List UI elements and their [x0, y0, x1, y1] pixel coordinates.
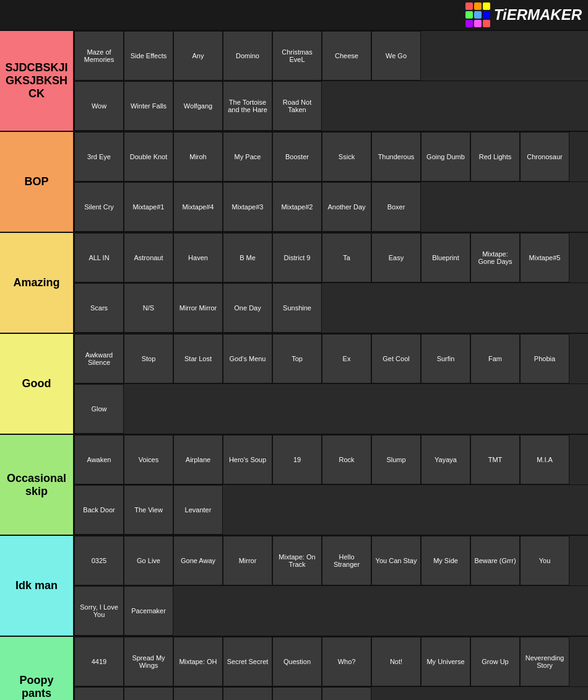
song-card[interactable]: Haven [173, 233, 223, 282]
song-card[interactable]: Back Door [74, 485, 124, 535]
song-card[interactable]: Airplane [173, 435, 223, 484]
song-card[interactable]: Call [322, 687, 371, 700]
song-card[interactable]: Miroh [173, 132, 223, 182]
song-card[interactable]: One Day [223, 283, 272, 333]
song-card[interactable]: Going Dumb [421, 132, 470, 182]
song-card[interactable]: Mixtape: Gone Days [470, 233, 520, 282]
song-card[interactable]: Grow Up [470, 637, 520, 686]
song-card[interactable]: Who? [322, 637, 371, 686]
song-card[interactable]: Mixtape#2 [272, 182, 322, 232]
song-card[interactable]: My Universe [421, 637, 470, 686]
song-card[interactable]: Road Not Taken [272, 81, 322, 131]
song-card[interactable]: Another Day [322, 182, 371, 232]
song-card[interactable]: Wolfgang [173, 81, 223, 131]
song-card[interactable]: Wow [74, 81, 124, 131]
song-card[interactable]: Ssick [322, 132, 371, 182]
song-card[interactable]: Silent Cry [74, 182, 124, 232]
song-card[interactable]: We Go [371, 31, 421, 81]
tier-wrapper-poopy: Poopy pants4419Spread My WingsMixtape: O… [0, 637, 588, 700]
song-card[interactable]: Surfin [421, 334, 470, 383]
song-card[interactable]: Go Live [124, 536, 173, 585]
song-card[interactable]: Sorry, I Love You [74, 586, 124, 636]
tier-row-inner-good-1: Glow [74, 384, 588, 434]
song-card[interactable]: Beware (Grrr) [470, 536, 520, 585]
song-card[interactable]: Fam [470, 334, 520, 383]
song-card[interactable]: ALL IN [74, 233, 124, 282]
song-card[interactable]: Question [272, 637, 322, 686]
song-card[interactable]: Chronosaur [520, 132, 569, 182]
song-card[interactable]: Ex [322, 334, 371, 383]
song-card[interactable]: Maze of Memories [74, 31, 124, 81]
song-card[interactable]: Entrance [124, 687, 173, 700]
song-card[interactable]: Christmas EveL [272, 31, 322, 81]
song-card[interactable]: Cheese [322, 31, 371, 81]
song-card[interactable]: The View [124, 485, 173, 535]
song-card[interactable]: Secret Secret [223, 637, 272, 686]
song-card[interactable]: Top [272, 334, 322, 383]
song-card[interactable]: Hero's Soup [223, 435, 272, 484]
song-card[interactable]: My Side [421, 536, 470, 585]
song-card[interactable]: Neverending Story [520, 637, 569, 686]
song-card[interactable]: Glow [74, 384, 124, 434]
song-card[interactable]: Boxer [371, 182, 421, 232]
song-card[interactable]: Any [173, 31, 223, 81]
tier-row-inner-poopy-0: 4419Spread My WingsMixtape: OHSecret Sec… [74, 637, 588, 687]
song-card[interactable]: Awkward Silence [74, 334, 124, 383]
song-card[interactable]: B Me [223, 233, 272, 282]
song-card[interactable]: Sunshine [272, 283, 322, 333]
song-card[interactable]: 3rd Eye [74, 132, 124, 182]
song-card[interactable]: Get Cool [371, 334, 421, 383]
song-card[interactable]: 4419 [74, 637, 124, 686]
song-card[interactable]: N/S [124, 283, 173, 333]
song-card[interactable]: Stop [124, 334, 173, 383]
tier-empty-space [223, 485, 588, 535]
song-card[interactable]: Blueprint [421, 233, 470, 282]
song-card[interactable]: Levanter [173, 485, 223, 535]
song-card[interactable]: Yayaya [421, 435, 470, 484]
song-card[interactable]: Voices [124, 435, 173, 484]
song-card[interactable]: Mirror [223, 536, 272, 585]
song-card[interactable]: School Life [223, 687, 272, 700]
song-card[interactable]: God's Menu [223, 334, 272, 383]
song-card[interactable]: Gone Away [173, 536, 223, 585]
song-card[interactable]: 24 to 25 [74, 687, 124, 700]
song-card[interactable]: Star Lost [173, 334, 223, 383]
song-card[interactable]: Mixtape: On Track [272, 536, 322, 585]
song-card[interactable]: Mixtape#4 [173, 182, 223, 232]
song-card[interactable]: 19 [272, 435, 322, 484]
song-card[interactable]: Ta [322, 233, 371, 282]
song-card[interactable]: Domino [223, 31, 272, 81]
song-card[interactable]: Awaken [74, 435, 124, 484]
song-card[interactable]: Side Effects [124, 31, 173, 81]
song-card[interactable]: Scars [74, 283, 124, 333]
song-card[interactable]: Thunderous [371, 132, 421, 182]
song-card[interactable]: My Pace [223, 132, 272, 182]
song-card[interactable]: You [520, 536, 569, 585]
song-card[interactable]: Phobia [520, 334, 569, 383]
song-card[interactable]: Not! [371, 637, 421, 686]
song-card[interactable]: You Can Stay [371, 536, 421, 585]
song-card[interactable]: Mixtape#5 [520, 233, 569, 282]
song-card[interactable]: TMT [470, 435, 520, 484]
song-card[interactable]: Winter Falls [124, 81, 173, 131]
song-card[interactable]: 0325 [74, 536, 124, 585]
song-card[interactable]: District 9 [272, 233, 322, 282]
song-card[interactable]: The Tortoise and the Hare [223, 81, 272, 131]
song-card[interactable]: Mixtape#3 [223, 182, 272, 232]
song-card[interactable]: Spread My Wings [124, 637, 173, 686]
song-card[interactable]: M.I.A [520, 435, 569, 484]
song-card[interactable]: Pacemaker [124, 586, 173, 636]
song-card[interactable]: Insomnia [272, 687, 322, 700]
song-card[interactable]: Hello Stranger [322, 536, 371, 585]
song-card[interactable]: Double Knot [124, 132, 173, 182]
song-card[interactable]: Red Lights [470, 132, 520, 182]
song-card[interactable]: Easy [371, 233, 421, 282]
song-card[interactable]: I Am You [173, 687, 223, 700]
song-card[interactable]: Rock [322, 435, 371, 484]
song-card[interactable]: Booster [272, 132, 322, 182]
song-card[interactable]: Mixtape#1 [124, 182, 173, 232]
song-card[interactable]: Astronaut [124, 233, 173, 282]
song-card[interactable]: Mixtape: OH [173, 637, 223, 686]
song-card[interactable]: Slump [371, 435, 421, 484]
song-card[interactable]: Mirror Mirror [173, 283, 223, 333]
